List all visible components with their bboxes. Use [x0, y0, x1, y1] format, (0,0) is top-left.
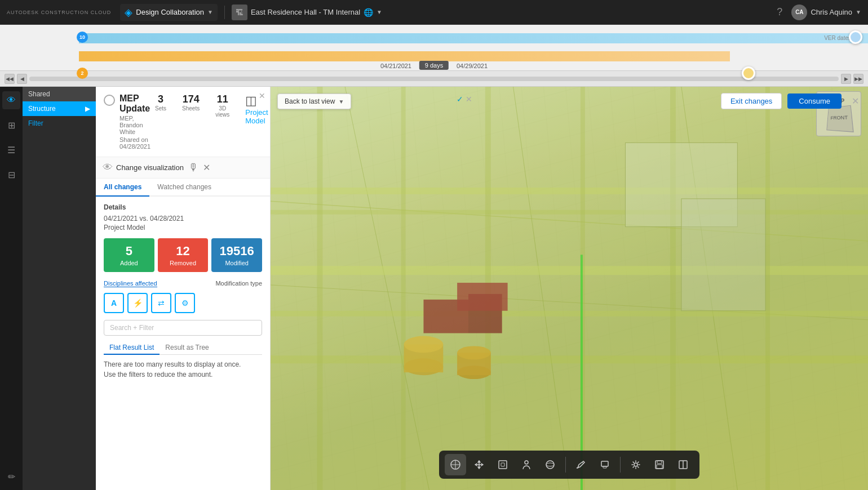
toolbar-select-btn[interactable] [445, 454, 466, 475]
mep-close-icon[interactable]: ✕ [259, 91, 265, 100]
timeline-thumb-orange[interactable] [742, 66, 755, 80]
consume-button[interactable]: Consume [787, 93, 842, 109]
svg-point-28 [457, 346, 491, 359]
discipline-icon-elec[interactable]: ⚡ [127, 293, 148, 313]
svg-rect-22 [457, 283, 508, 311]
mep-sheets-label: Sheets [182, 105, 200, 112]
sidebar-icon-layers[interactable]: ⊞ [2, 116, 20, 134]
discipline-icon-arch[interactable]: A [104, 293, 124, 313]
timeline-tooltip: 9 days [419, 61, 449, 70]
timeline-scrubber[interactable] [29, 77, 839, 81]
top-navigation: AUTODESK CONSTRUCTION CLOUD ◈ Design Col… [0, 0, 868, 25]
sidebar-icon-pencil[interactable]: ✏ [2, 467, 20, 485]
timeline-next-btn[interactable]: ▶ [841, 74, 851, 84]
help-icon[interactable]: ? [777, 6, 782, 18]
details-title: Details [104, 203, 262, 211]
discipline-icon-mech[interactable]: ⚙ [175, 293, 195, 313]
back-dropdown-arrow: ▼ [338, 99, 344, 105]
timeline-area: VER 2 10 VER dates 2 9 days 04/21/2021 0… [0, 25, 868, 87]
timeline-track-blue-row: VER 2 10 VER dates [0, 29, 868, 47]
user-dropdown-icon: ▼ [856, 9, 861, 15]
mep-sets-label: Sets [155, 105, 166, 112]
left-sidebar: Shared Structure ▶ Filter [23, 87, 96, 490]
mep-shared-date: Shared on 04/28/2021 [119, 136, 150, 150]
viz-header-left: 👁 Change visualization [103, 162, 184, 173]
toolbar-stamp-btn[interactable] [594, 454, 615, 475]
toolbar-settings-btn[interactable] [625, 454, 646, 475]
stats-badges: 5 Added 12 Removed 19516 Modified [104, 238, 262, 272]
svg-point-37 [525, 461, 528, 464]
modified-badge: 19516 Modified [211, 238, 262, 272]
svg-point-39 [546, 463, 554, 466]
sidebar-icon-stack[interactable]: ☰ [2, 141, 20, 159]
3d-viewport[interactable]: Back to last view ▼ ✓ ✕ Exit changes Con… [271, 87, 868, 490]
svg-rect-9 [271, 188, 868, 194]
exit-changes-button[interactable]: Exit changes [721, 93, 782, 109]
icon-sidebar: 👁 ⊞ ☰ ⊟ ✏ [0, 87, 23, 490]
result-tab-flat[interactable]: Flat Result List [104, 341, 160, 355]
svg-rect-41 [601, 461, 608, 466]
main-layout: 👁 ⊞ ☰ ⊟ ✏ Shared Structure ▶ Filter MEP … [0, 87, 868, 490]
badge-orange: 2 [77, 68, 88, 79]
bottom-toolbar [439, 451, 699, 479]
toolbar-pan-btn[interactable] [468, 454, 490, 475]
mep-stat-sets: 3 Sets [155, 93, 166, 125]
toolbar-orbit-btn[interactable] [539, 454, 561, 475]
svg-rect-36 [501, 463, 504, 466]
sidebar-structure-label: Structure [28, 105, 56, 113]
toolbar-pen-btn[interactable] [570, 454, 592, 475]
viewport-close-btn[interactable]: ✕ [852, 96, 859, 106]
user-menu[interactable]: CA Chris Aquino ▼ [791, 5, 861, 20]
details-date-comparison: 04/21/2021 vs. 04/28/2021 [104, 215, 262, 222]
project-info: 🏗 East Residence Hall - TM Internal 🌐 ▼ [232, 5, 382, 20]
timeline-thumb-blue[interactable] [849, 30, 862, 44]
visualization-header: 👁 Change visualization 🎙 ✕ [96, 157, 270, 179]
viz-title: Change visualization [116, 163, 184, 172]
svg-rect-14 [317, 87, 323, 490]
tick-down-btn[interactable]: ✓ [457, 95, 463, 104]
toolbar-fitview-btn[interactable] [492, 454, 513, 475]
project-name-label: East Residence Hall - TM Internal [251, 8, 360, 16]
change-panel: MEP Update MEP, Brandon White Shared on … [96, 87, 271, 490]
timeline-prev-btn[interactable]: ◀ [17, 74, 27, 84]
tab-all-changes[interactable]: All changes [96, 179, 149, 197]
tab-watched-changes[interactable]: Watched changes [149, 179, 219, 197]
discipline-tab-affected[interactable]: Disciplines affected [104, 280, 157, 287]
timeline-back-btn[interactable]: ◀◀ [5, 74, 15, 84]
result-tabs: Flat Result List Result as Tree [104, 341, 262, 355]
timeline-end-btn[interactable]: ▶▶ [853, 74, 863, 84]
toolbar-person-btn[interactable] [516, 454, 537, 475]
mep-header-actions: ✕ [259, 91, 265, 100]
svg-line-40 [582, 462, 583, 464]
sidebar-shared-section: Shared [23, 87, 96, 101]
viz-eye-icon: 👁 [103, 162, 113, 173]
timeline-date2: 04/29/2021 [457, 63, 488, 69]
warning-text: There are too many results to display at… [104, 359, 262, 380]
toolbar-save-btn[interactable] [649, 454, 670, 475]
tick-x-btn[interactable]: ✕ [466, 95, 472, 104]
toolbar-split-btn[interactable] [672, 454, 694, 475]
discipline-icon-plumb[interactable]: ⇄ [151, 293, 171, 313]
svg-point-25 [404, 336, 444, 353]
mep-model-link[interactable]: Project Model [245, 108, 268, 125]
sidebar-icon-tool: ✏ [2, 467, 20, 485]
sidebar-structure-section[interactable]: Structure ▶ [23, 101, 96, 116]
app-name-label: Design Collaboration [136, 8, 204, 16]
warning-line1: There are too many results to display at… [104, 359, 262, 369]
days-label: 9 days [425, 62, 443, 69]
filter-link[interactable]: Filter [23, 116, 96, 131]
result-tab-tree[interactable]: Result as Tree [160, 341, 214, 355]
changes-tabs: All changes Watched changes [96, 179, 270, 197]
discipline-tab-modification[interactable]: Modification type [215, 280, 262, 287]
back-to-view-button[interactable]: Back to last view ▼ [277, 93, 351, 109]
viz-mic-icon[interactable]: 🎙 [188, 162, 198, 173]
sidebar-icon-grid[interactable]: ⊟ [2, 166, 20, 184]
search-filter-input[interactable]: Search + Filter [104, 320, 262, 336]
app-name-button[interactable]: ◈ Design Collaboration ▼ [120, 4, 218, 21]
sidebar-icon-eye[interactable]: 👁 [2, 91, 20, 109]
user-initials: CA [795, 9, 803, 15]
svg-rect-42 [603, 466, 606, 468]
viz-close-btn[interactable]: ✕ [203, 162, 210, 173]
timeline-bar-orange [79, 51, 730, 61]
toolbar-divider-1 [565, 457, 566, 473]
